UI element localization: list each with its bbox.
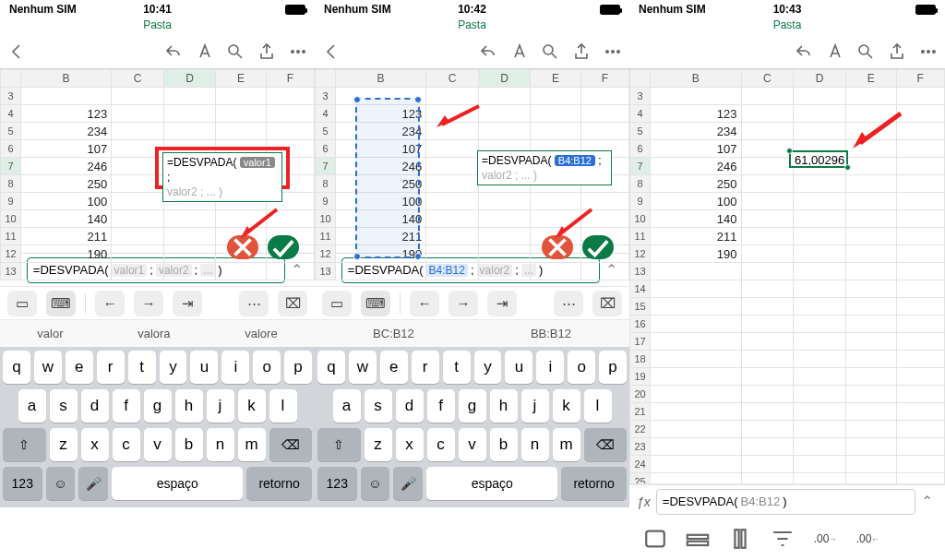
cell-C5[interactable] — [112, 123, 164, 140]
key-g[interactable]: g — [144, 389, 172, 423]
cell-F4[interactable] — [266, 105, 314, 123]
cell-E12[interactable] — [845, 245, 896, 263]
key-y[interactable]: y — [160, 351, 187, 384]
cell-B3[interactable] — [336, 88, 426, 105]
cell-B16[interactable] — [651, 316, 742, 333]
cell-F23[interactable] — [896, 438, 944, 456]
key-v[interactable]: v — [459, 428, 486, 461]
cell-D15[interactable] — [794, 298, 846, 316]
cell-D4[interactable] — [478, 105, 531, 123]
suggestion[interactable]: valora — [138, 327, 170, 340]
cell-B13[interactable] — [336, 263, 426, 280]
keyboard[interactable]: qwertyuiopasdfghjkl⇧zxcvbnm⌫123☺🎤espaçor… — [0, 347, 315, 507]
kb-more-button[interactable]: ⋯ — [554, 291, 583, 316]
cell-D3[interactable] — [794, 88, 846, 105]
cell-C10[interactable] — [741, 210, 794, 228]
cell-E18[interactable] — [845, 351, 896, 368]
cell-D11[interactable] — [478, 228, 531, 245]
cell-B20[interactable] — [651, 386, 742, 403]
cell-C16[interactable] — [741, 316, 794, 333]
mic-key[interactable]: 🎤 — [78, 467, 108, 500]
cell-B5[interactable]: 234 — [651, 123, 742, 140]
cell-B3[interactable] — [651, 88, 742, 105]
cell-E3[interactable] — [216, 88, 266, 105]
cell-D17[interactable] — [794, 333, 846, 351]
cell-B11[interactable]: 211 — [336, 228, 426, 245]
cell-C23[interactable] — [741, 438, 794, 456]
suggestion[interactable]: BB:B12 — [531, 327, 571, 340]
key-o[interactable]: o — [253, 351, 281, 384]
numeric-mode-button[interactable]: ⌨ — [46, 291, 76, 316]
cell-B14[interactable] — [651, 280, 742, 298]
cell-B7[interactable]: 246 — [651, 158, 742, 175]
cell-F10[interactable] — [266, 210, 314, 228]
cell-F24[interactable] — [896, 456, 944, 473]
key-n[interactable]: n — [207, 428, 234, 461]
return-key[interactable]: retorno — [246, 467, 312, 500]
cell-C4[interactable] — [112, 105, 164, 123]
cell-D11[interactable] — [163, 228, 216, 245]
cell-F14[interactable] — [896, 280, 944, 298]
cell-D18[interactable] — [794, 351, 846, 368]
space-key[interactable]: espaço — [112, 467, 243, 500]
cell-D10[interactable] — [163, 210, 216, 228]
cell-F5[interactable] — [266, 123, 314, 140]
cell-D9[interactable] — [478, 193, 531, 210]
cell-D12[interactable] — [163, 245, 216, 263]
cell-E13[interactable] — [845, 263, 896, 280]
key-v[interactable]: v — [144, 428, 172, 461]
cell-C3[interactable] — [426, 88, 479, 105]
more-icon[interactable] — [289, 42, 307, 61]
sheet-icon[interactable] — [642, 526, 668, 552]
cell-B12[interactable]: 190 — [336, 245, 426, 263]
key-l[interactable]: l — [584, 389, 612, 423]
cell-B10[interactable]: 140 — [21, 210, 112, 228]
decimal-inc-icon[interactable]: .00← — [855, 526, 880, 552]
cell-C5[interactable] — [426, 123, 479, 140]
key-u[interactable]: u — [190, 351, 218, 384]
key-o[interactable]: o — [568, 351, 595, 384]
cell-D19[interactable] — [794, 368, 846, 386]
cell-C19[interactable] — [741, 368, 794, 386]
cell-F10[interactable] — [896, 210, 944, 228]
cell-C5[interactable] — [741, 123, 794, 140]
cell-B4[interactable]: 123 — [651, 105, 742, 123]
cell-C7[interactable] — [112, 158, 164, 175]
cell-F22[interactable] — [896, 421, 944, 438]
backspace-key[interactable]: ⌫ — [269, 428, 313, 461]
cell-B5[interactable]: 234 — [336, 123, 426, 140]
cell-D24[interactable] — [794, 456, 846, 473]
key-k[interactable]: k — [553, 389, 580, 423]
cell-F13[interactable] — [896, 263, 944, 280]
cell-C21[interactable] — [741, 403, 794, 421]
suggestion[interactable]: valore — [245, 327, 277, 340]
backspace-key[interactable]: ⌫ — [584, 428, 628, 461]
cell-B5[interactable]: 234 — [21, 123, 112, 140]
cell-F8[interactable] — [896, 175, 944, 193]
more-icon[interactable] — [919, 42, 938, 61]
undo-icon[interactable] — [478, 42, 496, 61]
cell-C13[interactable] — [112, 263, 164, 280]
cell-D13[interactable] — [794, 263, 846, 280]
cell-B15[interactable] — [651, 298, 742, 316]
cell-C3[interactable] — [741, 88, 794, 105]
emoji-key[interactable]: ☺ — [46, 467, 76, 500]
key-q[interactable]: q — [317, 351, 345, 384]
cell-C22[interactable] — [741, 421, 794, 438]
cell-C3[interactable] — [112, 88, 164, 105]
more-icon[interactable] — [604, 42, 622, 61]
cell-mode-button[interactable]: ▭ — [322, 291, 352, 316]
emoji-key[interactable]: ☺ — [361, 467, 390, 500]
cell-C10[interactable] — [426, 210, 479, 228]
cell-B24[interactable] — [651, 456, 742, 473]
cell-C9[interactable] — [112, 193, 164, 210]
cell-F11[interactable] — [896, 228, 944, 245]
cell-D3[interactable] — [478, 88, 531, 105]
cell-D20[interactable] — [794, 386, 846, 403]
cell-E13[interactable] — [531, 263, 580, 280]
cell-D21[interactable] — [794, 403, 846, 421]
cell-E20[interactable] — [845, 386, 896, 403]
cell-D10[interactable] — [794, 210, 846, 228]
cell-C8[interactable] — [426, 175, 479, 193]
cell-B19[interactable] — [651, 368, 742, 386]
